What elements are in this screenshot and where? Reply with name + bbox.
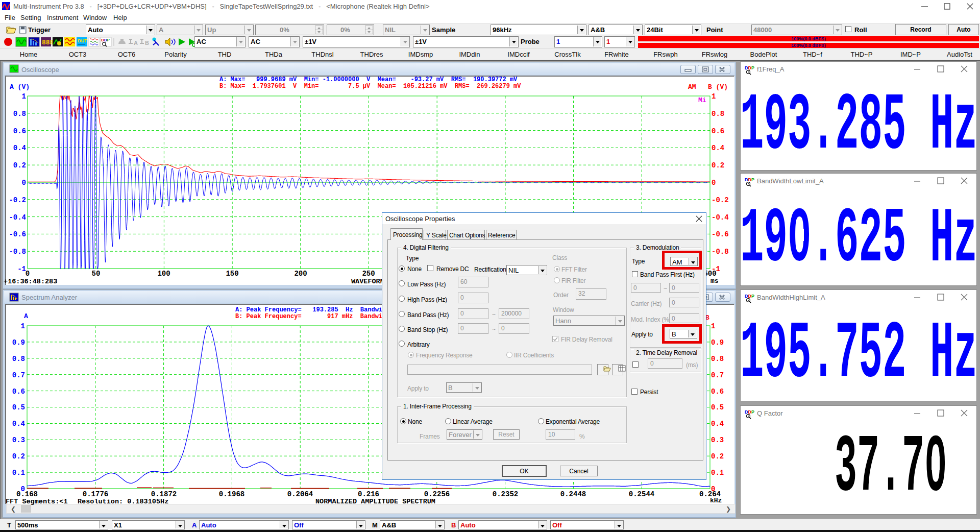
svg-text:DDP: DDP [745,294,754,299]
svg-text:DDP: DDP [745,177,754,182]
svg-text:DDP: DDP [745,65,754,70]
svg-text:DDP: DDP [745,409,754,415]
